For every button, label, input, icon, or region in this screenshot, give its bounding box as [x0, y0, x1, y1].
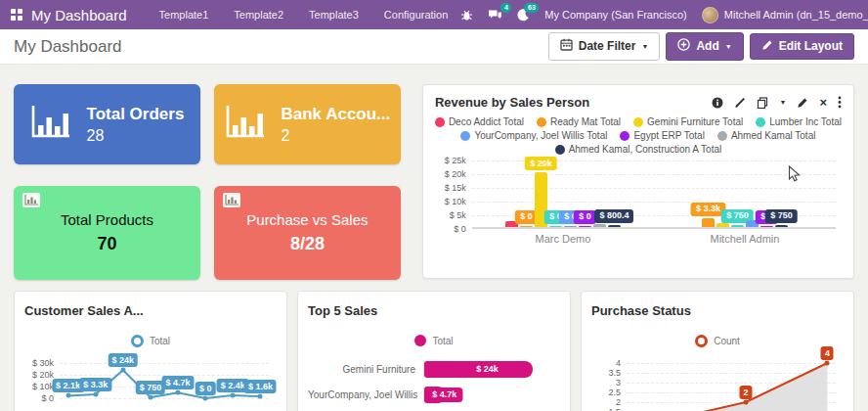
- data-point: [203, 396, 208, 401]
- add-button[interactable]: Add ▼: [666, 32, 743, 60]
- legend-label: Ready Mat Total: [550, 116, 621, 127]
- legend-label: Ahmed Kamal, Construction A Total: [569, 144, 722, 155]
- kpi-card-total-products[interactable]: Total Products70: [14, 186, 200, 280]
- bar-value-label: $ 0: [574, 210, 596, 224]
- kpi-label: Total Orders: [87, 105, 185, 124]
- point-value-label: 4: [821, 346, 834, 360]
- revenue-chart-title: Revenue by Sales Person: [435, 95, 589, 110]
- data-point: [120, 368, 125, 373]
- revenue-bar-chart: $ 25k$ 20k$ 15k$ 10k$ 5k$ 0$ 0$ 20k$ 0$ …: [435, 159, 840, 252]
- menu-template2[interactable]: Template2: [221, 0, 296, 29]
- dropdown-caret-icon[interactable]: ▼: [779, 99, 786, 106]
- kpi-value: 2: [282, 127, 391, 145]
- pencil-icon: [761, 39, 773, 54]
- bar-egypt-erp: $ 0: [760, 226, 773, 228]
- revenue-chart-legend: Deco Addict TotalReady Mat TotalGemini F…: [435, 116, 842, 155]
- y-axis-tick: $ 15k: [435, 184, 466, 193]
- legend-item-ahmed-kamal-total[interactable]: Ahmed Kamal Total: [717, 130, 816, 141]
- legend-label: Total: [150, 336, 170, 346]
- top5-sales-panel: Top 5 Sales Total Gemini Furniture$ 24kY…: [297, 291, 571, 411]
- hbar-category-label: Gemini Furniture: [308, 364, 423, 375]
- purchase-status-legend[interactable]: Count: [591, 335, 844, 347]
- point-value-label: $ 4.7k: [162, 376, 195, 389]
- line-plot-area: 24: [627, 363, 836, 411]
- activities-icon[interactable]: 63: [517, 9, 530, 22]
- legend-item-deco-addict-total[interactable]: Deco Addict Total: [435, 116, 524, 127]
- kpi-card-purchase-vs-sales[interactable]: Purchase vs Sales8/28: [214, 186, 401, 280]
- dropdown-caret-icon: ▼: [725, 43, 732, 50]
- user-menu[interactable]: Mitchell Admin (dn_15_demo_server_backup…: [702, 7, 868, 23]
- bar-chart-icon: [223, 193, 240, 211]
- bar-ahmed-kamal: [593, 224, 606, 227]
- bar-egypt-erp: $ 0: [579, 226, 591, 228]
- info-icon[interactable]: [712, 97, 723, 109]
- point-value-label: $ 1.6k: [244, 380, 277, 393]
- copy-icon[interactable]: [757, 97, 768, 109]
- legend-dot: [717, 131, 727, 141]
- hbar-value-label: $ 4.7k: [426, 388, 462, 402]
- legend-item-lumber-inc-total[interactable]: Lumber Inc Total: [756, 116, 842, 127]
- y-axis-tick: 2.5: [591, 388, 621, 397]
- revenue-by-salesperson-panel: Revenue by Sales Person ▼× Deco Addict T…: [422, 84, 854, 279]
- app-brand[interactable]: My Dashboard: [31, 7, 127, 23]
- bar-chart-icon: [30, 105, 71, 144]
- hbar-category-label: YourCompany, Joel Willis: [308, 389, 423, 400]
- hbar-track: $ 24k: [423, 361, 560, 378]
- calendar-icon: [560, 38, 573, 54]
- legend-dot: [460, 131, 470, 141]
- kpi-label: Bank Accou...: [282, 105, 391, 124]
- legend-row: YourCompany, Joel Willis TotalEgypt ERP …: [435, 130, 842, 141]
- hbar-track: $ 4.7k: [423, 387, 560, 403]
- legend-item-egypt-erp-total[interactable]: Egypt ERP Total: [620, 130, 704, 141]
- bar-ahmed-kamal-construction-a: $ 800.4: [608, 225, 621, 227]
- hbar-row-gemini-furniture: Gemini Furniture$ 24k: [308, 356, 560, 382]
- revenue-plot-area: $ 0$ 20k$ 0$ 0$ 0$ 800.4Marc Demo$ 3.3k$…: [472, 160, 836, 229]
- legend-item-yourcompany-joel-willis-total[interactable]: YourCompany, Joel Willis Total: [460, 130, 607, 141]
- customer-sales-title: Customer Sales A...: [24, 303, 277, 318]
- gridline: [60, 398, 269, 399]
- date-filter-label: Date Filter: [579, 39, 636, 53]
- brush-icon[interactable]: [734, 97, 746, 109]
- plus-circle-icon: [677, 38, 690, 54]
- main-menu: Template1Template2Template3Configuration: [147, 0, 461, 29]
- bar-ahmed-kamal-construction-a: $ 750: [775, 225, 788, 227]
- line-plot-area: $ 2.1k$ 3.3k$ 24k$ 750$ 4.7k$ 0$ 2.4k$ 1…: [60, 363, 269, 398]
- legend-item-ready-mat-total[interactable]: Ready Mat Total: [537, 116, 621, 127]
- kpi-card-bank-accou[interactable]: Bank Accou...2: [214, 84, 401, 164]
- company-switcher[interactable]: My Company (San Francisco): [544, 9, 687, 21]
- legend-dot: [620, 131, 629, 141]
- y-axis-tick: $ 30k: [24, 359, 54, 368]
- data-point: [743, 400, 748, 405]
- x-axis-category: Marc Demo: [472, 233, 654, 245]
- data-point: [176, 390, 181, 395]
- kebab-icon[interactable]: [838, 96, 842, 109]
- apps-grid-icon[interactable]: [10, 8, 23, 22]
- y-axis-tick: $ 25k: [435, 157, 466, 165]
- kpi-value: 8/28: [290, 234, 325, 254]
- legend-label: Egypt ERP Total: [633, 130, 704, 141]
- legend-item-gemini-furniture-total[interactable]: Gemini Furniture Total: [633, 116, 743, 127]
- kpi-texts: Total Orders28: [87, 105, 185, 145]
- menu-template1[interactable]: Template1: [147, 0, 222, 29]
- point-value-label: $ 3.3k: [79, 378, 111, 391]
- kpi-card-total-orders[interactable]: Total Orders28: [14, 84, 200, 164]
- menu-configuration[interactable]: Configuration: [371, 0, 460, 29]
- bar-value-label: $ 20k: [525, 157, 557, 170]
- edit-layout-button[interactable]: Edit Layout: [750, 33, 854, 60]
- bar-yourcompany-joel-willis: $ 0: [564, 226, 577, 228]
- messages-icon[interactable]: 4: [488, 9, 502, 22]
- date-filter-button[interactable]: Date Filter ▼: [548, 32, 661, 60]
- top5-sales-legend[interactable]: Total: [308, 335, 560, 346]
- legend-item-ahmed-kamal-construction-a-total[interactable]: Ahmed Kamal, Construction A Total: [555, 144, 722, 155]
- bar-chart-icon: [225, 105, 266, 144]
- top-navbar: My Dashboard Template1Template2Template3…: [0, 0, 868, 29]
- navbar-systray: 4 63 My Company (San Francisco) Mitchell…: [460, 7, 868, 23]
- close-icon[interactable]: ×: [819, 96, 827, 109]
- edit-icon[interactable]: [797, 97, 808, 109]
- chart-toolbar: ▼×: [712, 96, 842, 109]
- menu-template3[interactable]: Template3: [296, 0, 371, 29]
- customer-sales-legend[interactable]: Total: [24, 335, 277, 347]
- debug-icon[interactable]: [460, 9, 473, 22]
- y-axis-tick: 3: [591, 379, 621, 388]
- bar-lumber-inc: $ 0: [549, 226, 562, 228]
